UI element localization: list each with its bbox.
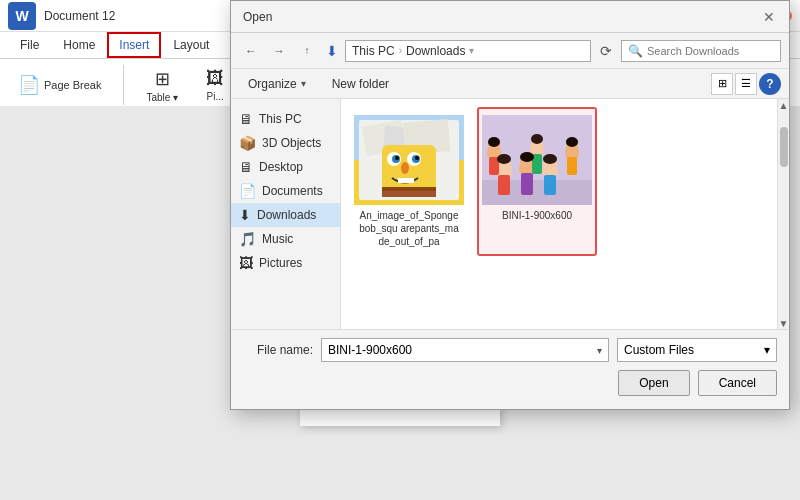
tab-layout[interactable]: Layout	[161, 32, 221, 58]
ribbon-separator-1	[123, 65, 124, 105]
bini-svg	[482, 115, 592, 205]
files-wrapper: An_image_of_Spongebob_squ arepants_made_…	[341, 99, 789, 329]
search-input[interactable]	[647, 45, 774, 57]
svg-rect-20	[498, 175, 510, 195]
sidebar-item-label-music: Music	[262, 232, 293, 246]
view-toggle-button[interactable]: ⊞	[711, 73, 733, 95]
sidebar-item-documents[interactable]: 📄 Documents	[231, 179, 340, 203]
filename-label: File name:	[243, 343, 313, 357]
filetype-dropdown[interactable]: Custom Files ▾	[617, 338, 777, 362]
breadcrumb-dropdown-arrow: ▾	[469, 45, 474, 56]
filename-dropdown-arrow[interactable]: ▾	[597, 345, 602, 356]
svg-rect-35	[567, 157, 577, 175]
open-button[interactable]: Open	[618, 370, 689, 396]
view-buttons: ⊞ ☰ ?	[711, 73, 781, 95]
dialog-toolbar: ← → ↑ ⬇ This PC › Downloads ▾ ⟳ 🔍	[231, 33, 789, 69]
dialog-sidebar: 🖥 This PC 📦 3D Objects 🖥 Desktop 📄 Docum…	[231, 99, 341, 329]
search-box[interactable]: 🔍	[621, 40, 781, 62]
dialog-title: Open	[243, 10, 272, 24]
open-file-dialog: Open ✕ ← → ↑ ⬇ This PC › Downloads ▾ ⟳ 🔍…	[230, 0, 790, 410]
sidebar-item-label-downloads: Downloads	[257, 208, 316, 222]
page-break-label: Page Break	[44, 79, 101, 91]
table-icon: ⊞	[155, 68, 170, 90]
cancel-button[interactable]: Cancel	[698, 370, 777, 396]
organize-button[interactable]: Organize ▾	[239, 73, 315, 95]
svg-point-38	[520, 152, 534, 162]
pictures-label: Pi...	[207, 91, 224, 102]
svg-rect-26	[544, 175, 556, 195]
documents-icon: 📄	[239, 183, 256, 199]
desktop-icon: 🖥	[239, 159, 253, 175]
this-pc-icon: 🖥	[239, 111, 253, 127]
sidebar-item-this-pc[interactable]: 🖥 This PC	[231, 107, 340, 131]
sidebar-item-label-this-pc: This PC	[259, 112, 302, 126]
file-thumb-bini	[482, 115, 592, 205]
music-icon: 🎵	[239, 231, 256, 247]
breadcrumb-bar[interactable]: This PC › Downloads ▾	[345, 40, 591, 62]
scroll-down-arrow[interactable]: ▼	[778, 317, 790, 329]
breadcrumb-this-pc: This PC	[352, 44, 395, 58]
breadcrumb-separator-1: ›	[399, 45, 402, 56]
new-folder-label: New folder	[332, 77, 389, 91]
filename-input-wrapper[interactable]: ▾	[321, 338, 609, 362]
sidebar-item-downloads[interactable]: ⬇ Downloads	[231, 203, 340, 227]
footer-filename-row: File name: ▾ Custom Files ▾	[243, 338, 777, 362]
svg-rect-23	[521, 173, 533, 195]
pictures-icon: 🖼	[206, 68, 224, 89]
dialog-body: 🖥 This PC 📦 3D Objects 🖥 Desktop 📄 Docum…	[231, 99, 789, 329]
tab-insert[interactable]: Insert	[107, 32, 161, 58]
scroll-thumb[interactable]	[780, 127, 788, 167]
sidebar-item-label-pictures: Pictures	[259, 256, 302, 270]
dialog-files: An_image_of_Spongebob_squ arepants_made_…	[341, 99, 777, 329]
organize-dropdown-icon: ▾	[301, 78, 306, 89]
svg-rect-14	[406, 178, 414, 183]
sidebar-item-desktop[interactable]: 🖥 Desktop	[231, 155, 340, 179]
forward-button[interactable]: →	[267, 40, 291, 62]
new-folder-button[interactable]: New folder	[323, 73, 398, 95]
svg-rect-13	[398, 178, 406, 183]
file-item-bini[interactable]: BINI-1-900x600	[477, 107, 597, 256]
view-list-button[interactable]: ☰	[735, 73, 757, 95]
svg-point-12	[401, 162, 409, 174]
pictures-icon-sidebar: 🖼	[239, 255, 253, 271]
pictures-button[interactable]: 🖼 Pi...	[200, 66, 230, 104]
help-button[interactable]: ?	[759, 73, 781, 95]
sidebar-item-music[interactable]: 🎵 Music	[231, 227, 340, 251]
filename-input[interactable]	[328, 343, 593, 357]
svg-point-39	[543, 154, 557, 164]
word-logo: W	[8, 2, 36, 30]
search-icon: 🔍	[628, 44, 643, 58]
file-item-spongebob[interactable]: An_image_of_Spongebob_squ arepants_made_…	[349, 107, 469, 256]
spongebob-svg	[354, 115, 464, 205]
svg-point-8	[395, 156, 399, 160]
back-button[interactable]: ←	[239, 40, 263, 62]
dialog-title-bar: Open ✕	[231, 1, 789, 33]
refresh-button[interactable]: ⟳	[595, 40, 617, 62]
downloads-icon: ⬇	[239, 207, 251, 223]
file-name-spongebob: An_image_of_Spongebob_squ arepants_made_…	[357, 209, 461, 248]
filetype-label: Custom Files	[624, 343, 694, 357]
files-scrollbar[interactable]: ▲ ▼	[777, 99, 789, 329]
tab-home[interactable]: Home	[51, 32, 107, 58]
filetype-dropdown-arrow: ▾	[764, 343, 770, 357]
3d-objects-icon: 📦	[239, 135, 256, 151]
svg-rect-16	[382, 191, 436, 197]
svg-point-37	[497, 154, 511, 164]
dialog-close-button[interactable]: ✕	[761, 9, 777, 25]
tab-file[interactable]: File	[8, 32, 51, 58]
organize-label: Organize	[248, 77, 297, 91]
svg-point-42	[566, 137, 578, 147]
table-button[interactable]: ⊞ Table ▾	[140, 66, 184, 105]
up-button[interactable]: ↑	[295, 40, 319, 62]
page-break-button[interactable]: 📄 Page Break	[12, 72, 107, 98]
sidebar-item-3d-objects[interactable]: 📦 3D Objects	[231, 131, 340, 155]
svg-point-40	[488, 137, 500, 147]
sidebar-item-pictures[interactable]: 🖼 Pictures	[231, 251, 340, 275]
svg-point-41	[531, 134, 543, 144]
dialog-action-bar: Organize ▾ New folder ⊞ ☰ ?	[231, 69, 789, 99]
file-thumb-spongebob	[354, 115, 464, 205]
page-break-icon: 📄	[18, 74, 40, 96]
dialog-footer: File name: ▾ Custom Files ▾ Open Cancel	[231, 329, 789, 409]
footer-buttons-row: Open Cancel	[243, 370, 777, 396]
scroll-up-arrow[interactable]: ▲	[778, 99, 790, 111]
